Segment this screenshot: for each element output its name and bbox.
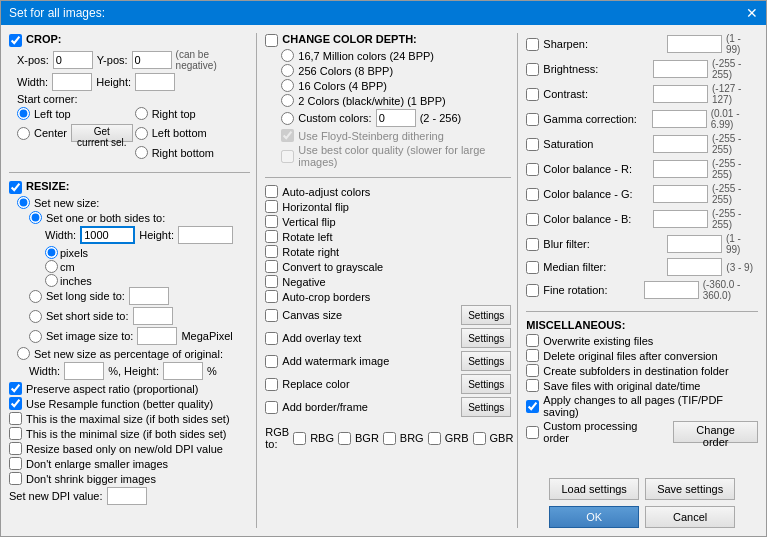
sharpen-checkbox[interactable] (526, 38, 539, 51)
blur-input[interactable] (667, 235, 722, 253)
brg-checkbox[interactable] (383, 432, 396, 445)
preserve-aspect-checkbox[interactable] (9, 382, 22, 395)
min-size-checkbox[interactable] (9, 427, 22, 440)
canvas-size-settings-button[interactable]: Settings (461, 305, 511, 325)
ok-button[interactable]: OK (549, 506, 639, 528)
median-input[interactable] (667, 258, 722, 276)
median-checkbox[interactable] (526, 261, 539, 274)
saturation-input[interactable] (653, 135, 708, 153)
auto-adjust-checkbox[interactable] (265, 185, 278, 198)
one-or-both-radio[interactable] (29, 211, 42, 224)
overwrite-checkbox[interactable] (526, 334, 539, 347)
close-button[interactable]: ✕ (746, 5, 758, 21)
floyd-checkbox[interactable] (281, 129, 294, 142)
pixels-radio[interactable] (45, 246, 58, 259)
apply-changes-checkbox[interactable] (526, 400, 539, 413)
gbr-checkbox[interactable] (473, 432, 486, 445)
resize-dpi-checkbox[interactable] (9, 442, 22, 455)
add-watermark-checkbox[interactable] (265, 355, 278, 368)
change-color-depth-checkbox[interactable] (265, 34, 278, 47)
color-balance-b-input[interactable] (653, 210, 708, 228)
color-2-radio[interactable] (281, 94, 294, 107)
add-overlay-settings-button[interactable]: Settings (461, 328, 511, 348)
color-custom-input[interactable] (376, 109, 416, 127)
blur-checkbox[interactable] (526, 238, 539, 251)
rbg-checkbox[interactable] (293, 432, 306, 445)
cm-radio[interactable] (45, 260, 58, 273)
long-side-input[interactable] (129, 287, 169, 305)
create-subfolders-checkbox[interactable] (526, 364, 539, 377)
convert-grayscale-checkbox[interactable] (265, 260, 278, 273)
color-balance-r-input[interactable] (653, 160, 708, 178)
rotate-right-checkbox[interactable] (265, 245, 278, 258)
color-balance-g-checkbox[interactable] (526, 188, 539, 201)
canvas-size-checkbox[interactable] (265, 309, 278, 322)
horizontal-flip-checkbox[interactable] (265, 200, 278, 213)
inches-radio[interactable] (45, 274, 58, 287)
color-balance-r-checkbox[interactable] (526, 163, 539, 176)
image-size-radio[interactable] (29, 330, 42, 343)
gamma-checkbox[interactable] (526, 113, 539, 126)
brightness-input[interactable] (653, 60, 708, 78)
add-watermark-settings-button[interactable]: Settings (461, 351, 511, 371)
pct-height-input[interactable] (163, 362, 203, 380)
brightness-checkbox[interactable] (526, 63, 539, 76)
negative-checkbox[interactable] (265, 275, 278, 288)
resize-width-input[interactable] (80, 226, 135, 244)
fine-rotation-input[interactable] (644, 281, 699, 299)
crop-checkbox[interactable] (9, 34, 22, 47)
replace-color-checkbox[interactable] (265, 378, 278, 391)
pct-width-input[interactable] (64, 362, 104, 380)
add-border-checkbox[interactable] (265, 401, 278, 414)
fine-rotation-checkbox[interactable] (526, 284, 539, 297)
left-top-radio[interactable] (17, 107, 30, 120)
resize-height-input[interactable] (178, 226, 233, 244)
short-side-input[interactable] (133, 307, 173, 325)
change-order-button[interactable]: Change order (673, 421, 758, 443)
add-overlay-checkbox[interactable] (265, 332, 278, 345)
bgr-checkbox[interactable] (338, 432, 351, 445)
color-256-radio[interactable] (281, 64, 294, 77)
save-settings-button[interactable]: Save settings (645, 478, 735, 500)
grb-checkbox[interactable] (428, 432, 441, 445)
custom-order-checkbox[interactable] (526, 426, 539, 439)
long-side-radio[interactable] (29, 290, 42, 303)
left-bottom-radio[interactable] (135, 127, 148, 140)
dont-enlarge-checkbox[interactable] (9, 457, 22, 470)
set-pct-radio[interactable] (17, 347, 30, 360)
sharpen-input[interactable] (667, 35, 722, 53)
max-size-checkbox[interactable] (9, 412, 22, 425)
set-new-size-radio[interactable] (17, 196, 30, 209)
image-size-input[interactable] (137, 327, 177, 345)
center-radio[interactable] (17, 127, 30, 140)
color-balance-g-input[interactable] (653, 185, 708, 203)
best-quality-checkbox[interactable] (281, 150, 294, 163)
right-top-radio[interactable] (135, 107, 148, 120)
gamma-input[interactable] (652, 110, 707, 128)
save-original-date-checkbox[interactable] (526, 379, 539, 392)
right-bottom-radio[interactable] (135, 146, 148, 159)
vertical-flip-checkbox[interactable] (265, 215, 278, 228)
short-side-radio[interactable] (29, 310, 42, 323)
color-16-radio[interactable] (281, 79, 294, 92)
delete-original-checkbox[interactable] (526, 349, 539, 362)
color-custom-radio[interactable] (281, 112, 294, 125)
color-balance-b-checkbox[interactable] (526, 213, 539, 226)
contrast-checkbox[interactable] (526, 88, 539, 101)
add-border-settings-button[interactable]: Settings (461, 397, 511, 417)
use-resample-checkbox[interactable] (9, 397, 22, 410)
resize-checkbox[interactable] (9, 181, 22, 194)
color-16m-radio[interactable] (281, 49, 294, 62)
auto-crop-checkbox[interactable] (265, 290, 278, 303)
rotate-left-checkbox[interactable] (265, 230, 278, 243)
saturation-checkbox[interactable] (526, 138, 539, 151)
xpos-input[interactable] (53, 51, 93, 69)
dont-shrink-checkbox[interactable] (9, 472, 22, 485)
new-dpi-input[interactable] (107, 487, 147, 505)
cancel-button[interactable]: Cancel (645, 506, 735, 528)
replace-color-settings-button[interactable]: Settings (461, 374, 511, 394)
get-current-sel-button[interactable]: Get current sel. (71, 124, 133, 142)
load-settings-button[interactable]: Load settings (549, 478, 639, 500)
crop-height-input[interactable] (135, 73, 175, 91)
contrast-input[interactable] (653, 85, 708, 103)
